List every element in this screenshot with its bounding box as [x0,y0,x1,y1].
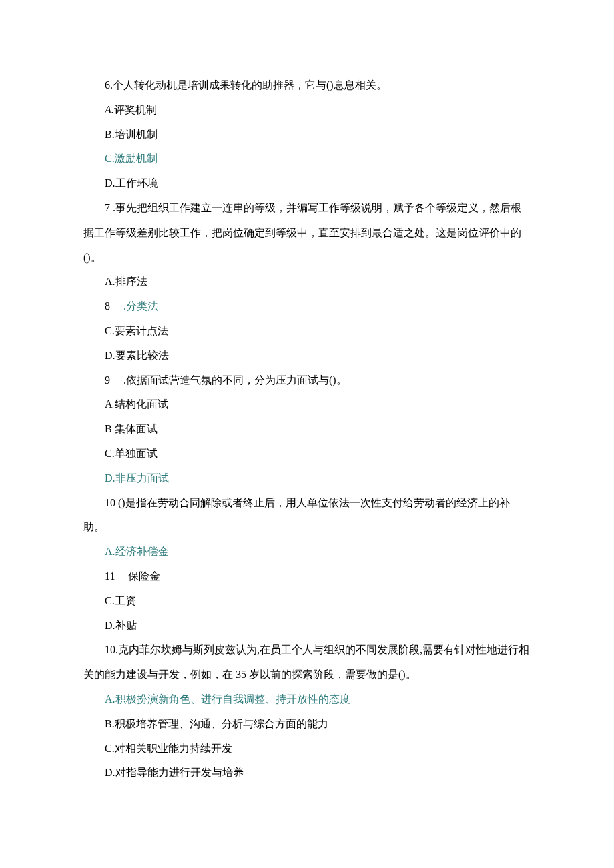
question-9-option-d: D.补贴 [83,614,531,638]
option-text: D.非压力面试 [105,472,169,484]
question-8: 9 .依据面试营造气氛的不同，分为压力面试与()。 [83,368,531,393]
question-9-option-b: 11 保险金 [83,564,531,589]
question-9-option-a: A.经济补偿金 [83,540,531,564]
option-text: 保险金 [128,570,160,582]
question-7-text: 7 .事先把组织工作建立一连串的等级，并编写工作等级说明，赋予各个等级定义，然后… [83,202,521,263]
option-text: C.激励机制 [105,153,158,164]
option-text: A.排序法 [105,276,147,287]
option-text: C.工资 [105,595,136,606]
option-text: D.对指导能力进行开发与培养 [105,767,244,778]
question-9-text: 10 ()是指在劳动合同解除或者终止后，用人单位依法一次性支付给劳动者的经济上的… [83,497,510,533]
option-label-a: A. [105,104,114,115]
question-10-option-a: A.积极扮演新角色、进行自我调整、持开放性的态度 [83,687,531,712]
question-8-option-b: B 集体面试 [83,417,531,442]
question-10: 10.克内菲尔坎姆与斯列皮兹认为,在员工个人与组织的不同发展阶段,需要有针对性地… [83,638,531,687]
question-8-text: .依据面试营造气氛的不同，分为压力面试与()。 [123,374,347,386]
option-num: 11 [105,570,115,582]
question-6: 6.个人转化动机是培训成果转化的助推器，它与()息息相关。 [83,73,531,98]
option-text: .分类法 [123,300,158,312]
option-text: B 集体面试 [105,423,158,434]
question-6-option-d: D.工作环境 [83,171,531,196]
question-7-option-d: D.要素比较法 [83,344,531,368]
option-text: A 结构化面试 [105,398,168,410]
option-num: 8 [105,300,110,312]
question-9-option-c: C.工资 [83,589,531,614]
question-9: 10 ()是指在劳动合同解除或者终止后，用人单位依法一次性支付给劳动者的经济上的… [83,491,531,540]
question-6-text: 6.个人转化动机是培训成果转化的助推器，它与()息息相关。 [105,79,387,91]
option-text: 评奖机制 [114,104,157,115]
question-8-option-a: A 结构化面试 [83,392,531,417]
option-text: C.要素计点法 [105,325,168,336]
question-6-option-c: C.激励机制 [83,147,531,171]
question-8-num: 9 [105,374,110,386]
question-8-option-d: D.非压力面试 [83,466,531,491]
option-text: B.培训机制 [105,129,158,140]
option-text: D.要素比较法 [105,350,169,361]
question-10-option-c: C.对相关职业能力持续开发 [83,737,531,761]
question-10-text: 10.克内菲尔坎姆与斯列皮兹认为,在员工个人与组织的不同发展阶段,需要有针对性地… [83,644,529,680]
question-8-option-c: C.单独面试 [83,442,531,466]
option-text: C.对相关职业能力持续开发 [105,743,232,754]
question-10-option-b: B.积极培养管理、沟通、分析与综合方面的能力 [83,712,531,737]
option-text: D.工作环境 [105,177,158,189]
question-7-option-b: 8 .分类法 [83,294,531,319]
option-text: D.补贴 [105,620,137,631]
option-text: A.经济补偿金 [105,546,169,557]
option-text: C.单独面试 [105,448,158,459]
question-6-option-a: A.评奖机制 [83,98,531,123]
question-10-option-d: D.对指导能力进行开发与培养 [83,761,531,785]
question-7: 7 .事先把组织工作建立一连串的等级，并编写工作等级说明，赋予各个等级定义，然后… [83,196,531,270]
question-6-option-b: B.培训机制 [83,123,531,147]
question-7-option-a: A.排序法 [83,270,531,294]
option-text: B.积极培养管理、沟通、分析与综合方面的能力 [105,718,328,729]
question-7-option-c: C.要素计点法 [83,319,531,344]
option-text: A.积极扮演新角色、进行自我调整、持开放性的态度 [105,693,350,705]
